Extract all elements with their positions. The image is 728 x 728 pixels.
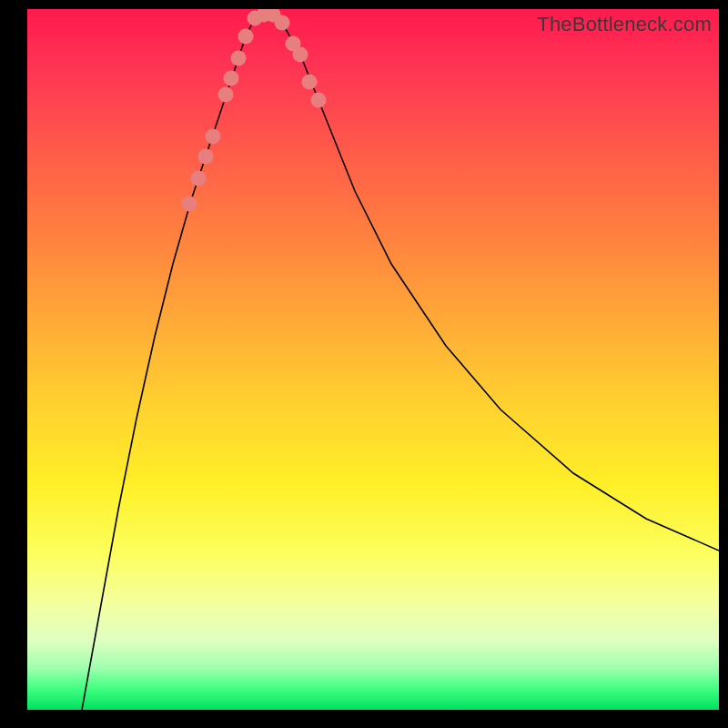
highlight-dot: [275, 15, 290, 31]
chart-container: TheBottleneck.com: [0, 0, 728, 728]
highlight-dot: [302, 75, 318, 90]
highlight-dot: [293, 47, 308, 63]
highlight-dot: [182, 197, 197, 212]
highlight-dot: [206, 129, 221, 145]
highlight-dot: [198, 149, 214, 165]
highlight-dot: [231, 51, 247, 66]
highlight-dot: [218, 87, 234, 103]
bottleneck-curve-path: [82, 15, 719, 710]
highlight-dot: [238, 29, 254, 45]
highlight-dot: [311, 93, 327, 108]
plot-area: TheBottleneck.com: [27, 9, 719, 710]
curve-svg: [27, 9, 719, 710]
highlight-dot: [191, 171, 207, 187]
highlight-dots-group: [182, 9, 327, 212]
highlight-dot: [224, 71, 239, 86]
